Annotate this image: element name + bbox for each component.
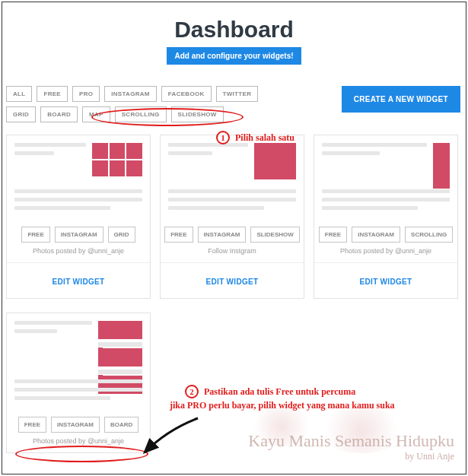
tag-instagram: INSTAGRAM [198, 227, 247, 243]
header: Dashboard Add and configure your widgets… [0, 0, 468, 65]
widget-caption: Photos posted by @unni_anje [7, 246, 150, 262]
filter-board[interactable]: BOARD [40, 106, 78, 122]
filter-free[interactable]: FREE [37, 86, 68, 102]
filter-row-2: GRID BOARD MAP SCROLLING SLIDESHOW [6, 106, 258, 122]
tag-grid: GRID [108, 227, 135, 243]
tag-board: BOARD [104, 417, 138, 433]
tag-free: FREE [18, 417, 46, 433]
tag-scrolling: SCROLLING [405, 227, 453, 243]
tag-instagram: INSTAGRAM [55, 227, 103, 243]
create-widget-button[interactable]: CREATE A NEW WIDGET [342, 86, 460, 113]
filter-instagram[interactable]: INSTAGRAM [104, 86, 157, 102]
filter-grid[interactable]: GRID [6, 106, 36, 122]
page-subtitle: Add and configure your widgets! [167, 47, 301, 65]
page-title: Dashboard [0, 17, 468, 43]
tag-free: FREE [164, 227, 193, 243]
widget-caption: Follow Instgram [161, 246, 304, 262]
widget-cards: FREE INSTAGRAM GRID Photos posted by @un… [0, 122, 468, 453]
tag-slideshow: SLIDESHOW [250, 227, 299, 243]
filter-slideshow[interactable]: SLIDESHOW [171, 106, 224, 122]
widget-preview [314, 135, 457, 221]
filter-map[interactable]: MAP [82, 106, 110, 122]
widget-caption: Photos posted by @unni_anje [7, 436, 150, 452]
widget-preview [161, 135, 304, 221]
filter-chips: ALL FREE PRO INSTAGRAM FACEBOOK TWITTER … [6, 86, 258, 122]
widget-preview [7, 313, 150, 411]
edit-widget-link[interactable]: EDIT WIDGET [53, 278, 105, 286]
filter-pro[interactable]: PRO [72, 86, 100, 102]
filter-twitter[interactable]: TWITTER [216, 86, 259, 102]
widget-card: FREE INSTAGRAM GRID Photos posted by @un… [6, 135, 151, 299]
widget-tags: FREE INSTAGRAM SCROLLING [314, 221, 457, 246]
filter-facebook[interactable]: FACEBOOK [161, 86, 212, 102]
filter-scrolling[interactable]: SCROLLING [115, 106, 167, 122]
filter-all[interactable]: ALL [6, 86, 32, 102]
tag-free: FREE [319, 227, 347, 243]
widget-card: FREE INSTAGRAM SCROLLING Photos posted b… [314, 135, 458, 299]
card-footer: EDIT WIDGET [314, 262, 457, 298]
tag-free: FREE [21, 227, 49, 243]
card-footer: EDIT WIDGET [7, 262, 150, 298]
widget-tags: FREE INSTAGRAM BOARD [7, 411, 150, 436]
card-footer: EDIT WIDGET [161, 262, 304, 298]
tag-instagram: INSTAGRAM [352, 227, 400, 243]
widget-tags: FREE INSTAGRAM GRID [7, 221, 150, 246]
toolbar: ALL FREE PRO INSTAGRAM FACEBOOK TWITTER … [0, 65, 468, 122]
tag-instagram: INSTAGRAM [51, 417, 100, 433]
edit-widget-link[interactable]: EDIT WIDGET [360, 278, 412, 286]
widget-tags: FREE INSTAGRAM SLIDESHOW [161, 221, 304, 246]
edit-widget-link[interactable]: EDIT WIDGET [206, 278, 259, 286]
filter-row-1: ALL FREE PRO INSTAGRAM FACEBOOK TWITTER [6, 86, 258, 102]
widget-card: FREE INSTAGRAM BOARD Photos posted by @u… [6, 313, 151, 453]
widget-caption: Photos posted by @unni_anje [314, 246, 457, 262]
widget-preview [7, 135, 150, 221]
widget-card: FREE INSTAGRAM SLIDESHOW Follow Instgram… [160, 135, 304, 299]
